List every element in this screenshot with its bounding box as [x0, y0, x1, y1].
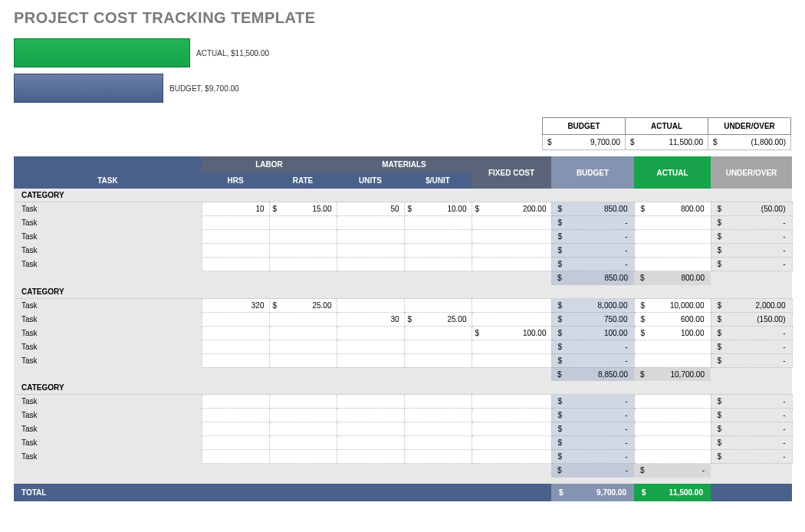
fixed-input[interactable]: [472, 340, 551, 353]
units-input[interactable]: [337, 395, 404, 409]
fixed-input[interactable]: $100.00: [472, 326, 551, 340]
fixed-input[interactable]: [472, 450, 551, 464]
fixed-input[interactable]: [472, 258, 551, 271]
units-input[interactable]: [337, 298, 404, 312]
actual-cell[interactable]: [634, 230, 711, 244]
units-input[interactable]: [337, 326, 404, 340]
hrs-input[interactable]: [202, 216, 269, 230]
actual-cell[interactable]: [634, 395, 711, 409]
units-input[interactable]: [337, 353, 404, 367]
hrs-input[interactable]: [202, 422, 269, 436]
actual-cell[interactable]: $10,000.00: [634, 298, 711, 312]
task-name[interactable]: Task: [14, 353, 202, 367]
hrs-input[interactable]: [202, 244, 269, 258]
punit-input[interactable]: [404, 244, 472, 258]
fixed-input[interactable]: [472, 422, 551, 436]
task-name[interactable]: Task: [14, 422, 202, 436]
fixed-input[interactable]: [472, 216, 551, 230]
hrs-input[interactable]: [202, 395, 269, 409]
units-input[interactable]: [337, 216, 404, 230]
hrs-input[interactable]: [202, 258, 269, 271]
rate-input[interactable]: $15.00: [269, 202, 337, 216]
rate-input[interactable]: [269, 450, 337, 464]
task-name[interactable]: Task: [14, 298, 202, 312]
task-name[interactable]: Task: [14, 202, 202, 216]
punit-input[interactable]: [404, 353, 472, 367]
rate-input[interactable]: [269, 395, 337, 409]
actual-cell[interactable]: [634, 422, 711, 436]
units-input[interactable]: [337, 258, 404, 271]
hrs-input[interactable]: [202, 326, 269, 340]
actual-cell[interactable]: [634, 409, 711, 422]
fixed-input[interactable]: [472, 312, 551, 326]
rate-input[interactable]: $25.00: [269, 298, 337, 312]
task-name[interactable]: Task: [14, 436, 202, 450]
actual-cell[interactable]: [634, 436, 711, 450]
hrs-input[interactable]: 320: [202, 298, 269, 312]
actual-cell[interactable]: $800.00: [634, 202, 711, 216]
punit-input[interactable]: [404, 230, 472, 244]
units-input[interactable]: 50: [337, 202, 404, 216]
actual-cell[interactable]: $100.00: [634, 326, 711, 340]
actual-cell[interactable]: [634, 258, 711, 271]
punit-input[interactable]: [404, 326, 472, 340]
rate-input[interactable]: [269, 312, 337, 326]
task-name[interactable]: Task: [14, 258, 202, 271]
fixed-input[interactable]: [472, 353, 551, 367]
punit-input[interactable]: [404, 409, 472, 422]
fixed-input[interactable]: [472, 244, 551, 258]
punit-input[interactable]: [404, 298, 472, 312]
task-name[interactable]: Task: [14, 216, 202, 230]
rate-input[interactable]: [269, 326, 337, 340]
fixed-input[interactable]: $200.00: [472, 202, 551, 216]
actual-cell[interactable]: $600.00: [634, 312, 711, 326]
fixed-input[interactable]: [472, 436, 551, 450]
units-input[interactable]: [337, 340, 404, 353]
punit-input[interactable]: [404, 395, 472, 409]
task-name[interactable]: Task: [14, 450, 202, 464]
actual-cell[interactable]: [634, 353, 711, 367]
actual-cell[interactable]: [634, 450, 711, 464]
fixed-input[interactable]: [472, 395, 551, 409]
units-input[interactable]: [337, 244, 404, 258]
task-name[interactable]: Task: [14, 409, 202, 422]
hrs-input[interactable]: [202, 230, 269, 244]
punit-input[interactable]: [404, 216, 472, 230]
task-name[interactable]: Task: [14, 312, 202, 326]
units-input[interactable]: [337, 436, 404, 450]
actual-cell[interactable]: [634, 216, 711, 230]
hrs-input[interactable]: [202, 340, 269, 353]
fixed-input[interactable]: [472, 298, 551, 312]
hrs-input[interactable]: [202, 450, 269, 464]
rate-input[interactable]: [269, 340, 337, 353]
rate-input[interactable]: [269, 436, 337, 450]
task-name[interactable]: Task: [14, 340, 202, 353]
fixed-input[interactable]: [472, 230, 551, 244]
rate-input[interactable]: [269, 230, 337, 244]
rate-input[interactable]: [269, 353, 337, 367]
units-input[interactable]: [337, 422, 404, 436]
punit-input[interactable]: [404, 436, 472, 450]
units-input[interactable]: [337, 450, 404, 464]
actual-cell[interactable]: [634, 340, 711, 353]
task-name[interactable]: Task: [14, 230, 202, 244]
punit-input[interactable]: [404, 340, 472, 353]
hrs-input[interactable]: [202, 436, 269, 450]
hrs-input[interactable]: [202, 409, 269, 422]
punit-input[interactable]: $10.00: [404, 202, 472, 216]
hrs-input[interactable]: [202, 312, 269, 326]
rate-input[interactable]: [269, 409, 337, 422]
punit-input[interactable]: $25.00: [404, 312, 472, 326]
rate-input[interactable]: [269, 244, 337, 258]
hrs-input[interactable]: 10: [202, 202, 269, 216]
fixed-input[interactable]: [472, 409, 551, 422]
punit-input[interactable]: [404, 422, 472, 436]
units-input[interactable]: 30: [337, 312, 404, 326]
rate-input[interactable]: [269, 216, 337, 230]
rate-input[interactable]: [269, 258, 337, 271]
task-name[interactable]: Task: [14, 395, 202, 409]
task-name[interactable]: Task: [14, 326, 202, 340]
punit-input[interactable]: [404, 450, 472, 464]
actual-cell[interactable]: [634, 244, 711, 258]
units-input[interactable]: [337, 230, 404, 244]
